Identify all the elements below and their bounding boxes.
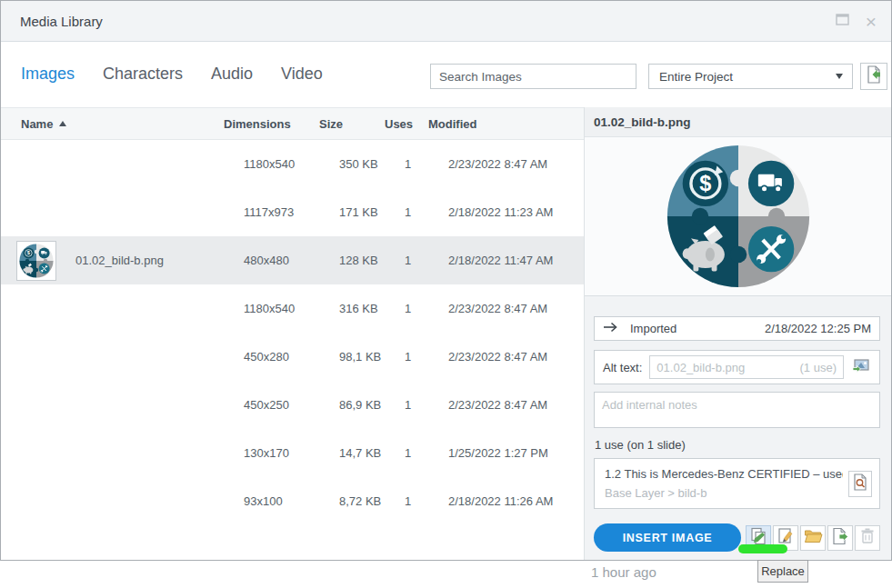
table-row-selected[interactable]: $ 01.02_bild-b.png 480x480 — [1, 236, 584, 284]
chevron-down-icon — [836, 74, 843, 79]
search-input[interactable] — [430, 64, 636, 89]
set-image-icon — [852, 358, 870, 377]
scope-dropdown[interactable]: Entire Project — [648, 64, 853, 89]
use-slide-title: 1.2 This is Mercedes-Benz CERTIFIED – us… — [605, 467, 843, 481]
preview-slide-icon — [853, 473, 867, 494]
title-bar: Media Library × — [1, 1, 891, 42]
notes-placeholder: Add internal notes — [602, 398, 697, 412]
set-image-alt-button[interactable] — [848, 355, 874, 379]
export-button[interactable] — [827, 525, 853, 551]
sort-asc-icon — [59, 121, 66, 126]
trash-icon — [859, 527, 876, 548]
preview-slide-button[interactable] — [848, 471, 872, 497]
import-media-button[interactable] — [860, 63, 887, 90]
insert-image-button[interactable]: INSERT IMAGE — [594, 523, 741, 552]
scope-value: Entire Project — [659, 70, 733, 84]
folder-icon — [804, 528, 823, 547]
tab-characters[interactable]: Characters — [103, 65, 183, 84]
alt-text-row: Alt text: 01.02_bild-b.png (1 use) — [594, 350, 880, 384]
media-list: 1180x540 350 KB 1 2/23/2022 8:47 AM 1117… — [1, 140, 584, 525]
details-body: Imported 2/18/2022 12:25 PM Alt text: 01… — [585, 296, 891, 552]
tab-images[interactable]: Images — [21, 65, 75, 84]
alt-text-label: Alt text: — [603, 361, 642, 374]
action-bar: INSERT IMAGE — [594, 523, 880, 552]
details-title: 01.02_bild-b.png — [585, 115, 691, 129]
arrow-right-icon — [603, 322, 618, 335]
tooltip-label: Replace — [761, 564, 805, 578]
tooltip-replace: Replace — [757, 560, 808, 583]
status-text: 1 hour ago — [591, 564, 656, 580]
import-file-icon — [866, 65, 882, 87]
table-row[interactable]: 93x100 8,72 KB 1 2/18/2022 11:26 AM — [1, 477, 584, 525]
table-row[interactable]: 450x280 98,1 KB 1 2/23/2022 8:47 AM — [1, 333, 584, 381]
media-tabs: Images Characters Audio Video — [21, 65, 323, 84]
table-row[interactable]: 130x170 14,7 KB 1 1/25/2022 1:27 PM — [1, 429, 584, 477]
column-header-size[interactable]: Size — [319, 117, 385, 131]
imported-label: Imported — [630, 322, 677, 335]
table-row[interactable]: 450x250 86,9 KB 1 2/23/2022 8:47 AM — [1, 381, 584, 429]
tab-video[interactable]: Video — [281, 65, 323, 84]
use-list-item[interactable]: 1.2 This is Mercedes-Benz CERTIFIED – us… — [594, 458, 880, 509]
window-controls: × — [836, 12, 877, 31]
alt-text-placeholder: 01.02_bild-b.png — [656, 361, 745, 374]
uses-heading: 1 use (on 1 slide) — [595, 438, 880, 452]
export-file-icon — [831, 527, 849, 549]
close-icon[interactable]: × — [866, 12, 877, 31]
column-header-uses[interactable]: Uses — [385, 117, 428, 131]
open-folder-button[interactable] — [800, 525, 826, 551]
media-name: 01.02_bild-b.png — [74, 254, 244, 267]
notes-input[interactable]: Add internal notes — [594, 392, 880, 428]
column-header-modified[interactable]: Modified — [428, 117, 584, 131]
dialog-title: Media Library — [20, 14, 103, 29]
tab-audio[interactable]: Audio — [211, 65, 253, 84]
column-header-name[interactable]: Name — [1, 117, 224, 131]
media-thumbnail: $ — [16, 241, 56, 281]
use-location: Base Layer > bild-b — [605, 486, 843, 500]
image-preview: $ — [585, 137, 891, 296]
details-panel: 01.02_bild-b.png $ — [584, 107, 891, 560]
table-row[interactable]: 1117x973 171 KB 1 2/18/2022 11:23 AM — [1, 188, 584, 236]
preview-image: $ — [662, 140, 815, 293]
details-header: 01.02_bild-b.png — [585, 107, 891, 137]
column-header-dimensions[interactable]: Dimensions — [224, 117, 319, 131]
table-row[interactable]: 1180x540 350 KB 1 2/23/2022 8:47 AM — [1, 140, 584, 188]
highlight-marker — [738, 544, 787, 553]
table-header: Name Dimensions Size Uses Modified — [1, 107, 584, 140]
media-library-dialog: Media Library × Images Characters Audio … — [0, 0, 892, 561]
imported-date: 2/18/2022 12:25 PM — [765, 322, 871, 335]
alt-text-input[interactable]: 01.02_bild-b.png (1 use) — [649, 355, 844, 379]
alt-text-use-count: (1 use) — [800, 361, 837, 374]
restore-window-icon[interactable] — [836, 13, 849, 29]
table-row[interactable]: 1180x540 316 KB 1 2/23/2022 8:47 AM — [1, 284, 584, 333]
imported-row: Imported 2/18/2022 12:25 PM — [594, 316, 880, 341]
svg-text:$: $ — [699, 172, 711, 195]
delete-button[interactable] — [855, 525, 880, 551]
